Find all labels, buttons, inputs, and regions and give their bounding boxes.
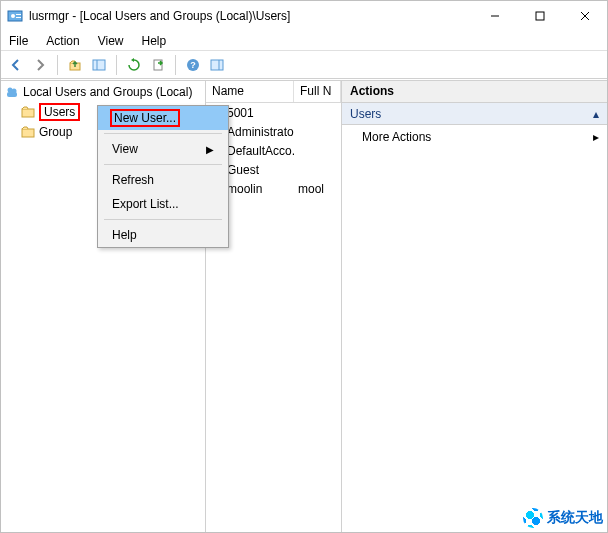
content-area: Local Users and Groups (Local) Users Gro… [1,80,607,532]
menu-help[interactable]: Help [142,34,167,48]
menu-view[interactable]: View [98,34,124,48]
ctx-help[interactable]: Help [98,223,228,247]
menu-action[interactable]: Action [46,34,79,48]
folder-icon [21,125,35,139]
refresh-button[interactable] [123,54,145,76]
window-title: lusrmgr - [Local Users and Groups (Local… [29,9,472,23]
folder-icon [21,105,35,119]
forward-button[interactable] [29,54,51,76]
svg-rect-14 [211,60,223,70]
svg-rect-18 [7,92,17,97]
maximize-button[interactable] [517,1,562,31]
ctx-help-label: Help [112,228,137,242]
group-icon [5,85,19,99]
separator [104,164,222,165]
title-bar: lusrmgr - [Local Users and Groups (Local… [1,1,607,31]
back-button[interactable] [5,54,27,76]
actions-header: Actions [342,81,607,103]
tree-item-groups-label: Group [39,125,72,139]
action-more-actions[interactable]: More Actions ▸ [342,125,607,149]
minimize-button[interactable] [472,1,517,31]
svg-rect-9 [93,60,105,70]
action-label: More Actions [362,130,431,144]
separator [57,55,58,75]
ctx-refresh[interactable]: Refresh [98,168,228,192]
show-hide-tree-button[interactable] [88,54,110,76]
svg-text:?: ? [190,60,196,70]
separator [104,133,222,134]
main-window: lusrmgr - [Local Users and Groups (Local… [0,0,608,533]
ctx-new-user[interactable]: New User... [98,106,228,130]
actions-group-label: Users [350,107,381,121]
separator [104,219,222,220]
actions-pane: Actions Users ▴ More Actions ▸ [342,81,607,532]
ctx-view[interactable]: View ▶ [98,137,228,161]
app-icon [7,8,23,24]
ctx-view-label: View [112,142,138,156]
chevron-right-icon: ▸ [593,130,599,144]
tree-item-users-label: Users [39,103,80,121]
svg-rect-20 [22,129,34,137]
list-header: Name Full N [206,81,341,103]
separator [175,55,176,75]
tree-root[interactable]: Local Users and Groups (Local) [5,83,201,101]
show-hide-action-pane-button[interactable] [206,54,228,76]
ctx-new-user-label: New User... [110,109,180,127]
close-button[interactable] [562,1,607,31]
menu-file[interactable]: File [9,34,28,48]
ctx-refresh-label: Refresh [112,173,154,187]
svg-rect-3 [16,17,21,18]
export-button[interactable] [147,54,169,76]
svg-rect-19 [22,109,34,117]
watermark-icon [523,508,543,528]
svg-rect-5 [536,12,544,20]
chevron-right-icon: ▶ [206,144,214,155]
menu-bar: File Action View Help [1,31,607,51]
svg-rect-2 [16,14,21,15]
actions-group-users[interactable]: Users ▴ [342,103,607,125]
column-name[interactable]: Name [206,81,294,102]
column-fullname[interactable]: Full N [294,81,341,102]
collapse-icon: ▴ [593,107,599,121]
help-button[interactable]: ? [182,54,204,76]
watermark: 系统天地 [523,508,603,528]
ctx-export-label: Export List... [112,197,179,211]
watermark-text: 系统天地 [547,509,603,527]
up-button[interactable] [64,54,86,76]
separator [116,55,117,75]
ctx-export[interactable]: Export List... [98,192,228,216]
svg-point-1 [11,14,15,18]
context-menu: New User... View ▶ Refresh Export List..… [97,105,229,248]
tree-root-label: Local Users and Groups (Local) [23,85,192,99]
toolbar: ? [1,51,607,79]
